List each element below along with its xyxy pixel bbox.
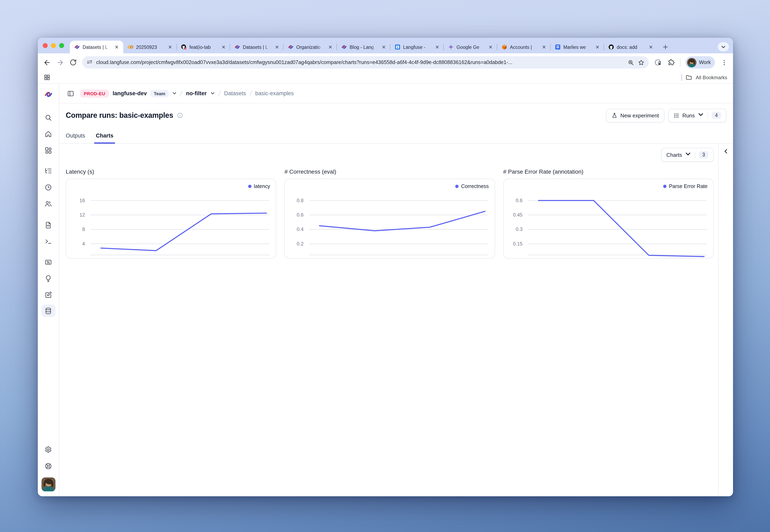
users-icon[interactable] bbox=[43, 199, 53, 209]
breadcrumb-datasets-link[interactable]: Datasets bbox=[224, 90, 246, 96]
browser-tab-2[interactable]: 20250923✕ bbox=[123, 41, 177, 53]
tab-title: feat(io-tab bbox=[189, 45, 218, 49]
browser-tab-5[interactable]: Organizatio✕ bbox=[284, 41, 337, 53]
chevron-down-icon[interactable] bbox=[211, 90, 215, 97]
profile-chip[interactable]: Work bbox=[685, 56, 715, 69]
chart-title: Latency (s) bbox=[66, 168, 276, 175]
sessions-icon[interactable] bbox=[43, 182, 53, 192]
tab-title: Accounts | bbox=[510, 45, 538, 49]
new-experiment-button[interactable]: New experiment bbox=[606, 109, 664, 122]
all-bookmarks[interactable]: All Bookmarks bbox=[682, 74, 727, 81]
tracing-icon[interactable] bbox=[43, 166, 53, 176]
tab-title: Marlies we bbox=[563, 45, 592, 49]
browser-tab-11[interactable]: docs: add✕ bbox=[604, 41, 658, 53]
flask-icon bbox=[612, 112, 618, 118]
support-icon[interactable] bbox=[43, 461, 53, 471]
prompts-icon[interactable] bbox=[43, 220, 53, 230]
tab-close-icon[interactable]: ✕ bbox=[487, 44, 494, 50]
browser-tab-7[interactable]: 6Langfuse -✕ bbox=[390, 41, 444, 53]
runs-selector-button[interactable]: Runs 4 bbox=[668, 109, 726, 122]
annotation-icon[interactable] bbox=[43, 290, 53, 300]
insights-icon[interactable] bbox=[43, 273, 53, 283]
tab-outputs[interactable]: Outputs bbox=[66, 133, 85, 143]
browser-tab-4[interactable]: Datasets | L✕ bbox=[230, 41, 284, 53]
svg-text:0.4: 0.4 bbox=[297, 226, 304, 232]
evaluators-icon[interactable] bbox=[43, 257, 53, 267]
tab-close-icon[interactable]: ✕ bbox=[541, 44, 547, 50]
chart-card[interactable]: latency161284 bbox=[66, 179, 276, 259]
tab-close-icon[interactable]: ✕ bbox=[380, 44, 387, 50]
tab-close-icon[interactable]: ✕ bbox=[220, 44, 227, 50]
tab-close-icon[interactable]: ✕ bbox=[434, 44, 440, 50]
traffic-close[interactable] bbox=[43, 43, 48, 48]
chevron-down-icon[interactable] bbox=[172, 90, 177, 97]
tab-title: Datasets | L bbox=[83, 45, 111, 49]
breadcrumb-org[interactable]: langfuse-dev bbox=[112, 90, 147, 96]
dashboard-icon[interactable] bbox=[43, 145, 53, 155]
list-icon bbox=[673, 112, 679, 118]
settings-icon[interactable] bbox=[43, 445, 53, 454]
browser-menu-button[interactable] bbox=[720, 58, 728, 67]
browser-tab-6[interactable]: Blog - Lang✕ bbox=[337, 41, 390, 53]
playground-icon[interactable] bbox=[43, 236, 53, 246]
bookmark-star-icon[interactable] bbox=[638, 59, 645, 66]
browser-tab-10[interactable]: Marlies we✕ bbox=[550, 41, 604, 53]
url-text[interactable]: cloud.langfuse.com/project/cmfwgv8fx002o… bbox=[96, 60, 624, 65]
legend-label: Correctness bbox=[461, 183, 489, 189]
browser-tab-8[interactable]: Google Ge✕ bbox=[444, 41, 497, 53]
svg-text:12: 12 bbox=[79, 212, 85, 218]
board-favicon bbox=[555, 44, 561, 50]
charts-selector-button[interactable]: Charts 3 bbox=[661, 148, 714, 162]
tab-charts[interactable]: Charts bbox=[96, 133, 114, 143]
tab-title: Organizatio bbox=[296, 45, 325, 49]
collapse-icon[interactable] bbox=[723, 149, 729, 154]
tab-search-button[interactable] bbox=[718, 42, 729, 51]
chart-card[interactable]: Correctness0.80.60.40.2 bbox=[285, 179, 495, 259]
home-icon[interactable] bbox=[43, 129, 53, 139]
back-button[interactable] bbox=[43, 58, 51, 67]
datasets-icon[interactable] bbox=[41, 305, 55, 317]
info-icon[interactable] bbox=[176, 112, 183, 119]
chevron-down-icon bbox=[685, 151, 691, 158]
chevron-down-icon bbox=[698, 112, 704, 119]
user-avatar[interactable] bbox=[41, 477, 55, 491]
app-main: PROD-EU langfuse-dev Team / no-filter / … bbox=[59, 84, 733, 496]
back-icon bbox=[43, 58, 51, 66]
button-divider bbox=[695, 151, 695, 158]
profile-avatar bbox=[687, 58, 697, 67]
apps-grid-icon[interactable] bbox=[44, 74, 50, 81]
tab-title: Datasets | L bbox=[243, 45, 271, 49]
chart-title: # Parse Error Rate (annotation) bbox=[503, 168, 714, 175]
tab-close-icon[interactable]: ✕ bbox=[594, 44, 601, 50]
app-header: PROD-EU langfuse-dev Team / no-filter / … bbox=[59, 84, 733, 103]
breadcrumb-item-link[interactable]: basic-examples bbox=[255, 90, 294, 96]
browser-window: Datasets | L✕20250923✕feat(io-tab✕Datase… bbox=[38, 38, 733, 496]
breadcrumb-project[interactable]: no-filter bbox=[186, 90, 207, 96]
lock-extension-icon[interactable] bbox=[654, 58, 662, 67]
site-settings-icon[interactable] bbox=[86, 59, 93, 66]
panel-toggle-icon[interactable] bbox=[66, 88, 76, 98]
browser-tab-1[interactable]: Datasets | L✕ bbox=[70, 41, 123, 53]
tab-close-icon[interactable]: ✕ bbox=[327, 44, 334, 50]
langfuse-logo[interactable] bbox=[43, 89, 53, 99]
reload-button[interactable] bbox=[69, 58, 77, 67]
legend-label: latency bbox=[254, 183, 270, 189]
tab-close-icon[interactable]: ✕ bbox=[167, 44, 173, 50]
zoom-in-icon[interactable] bbox=[628, 59, 635, 66]
traffic-minimize[interactable] bbox=[51, 43, 56, 48]
tab-title: docs: add bbox=[617, 45, 645, 49]
tab-close-icon[interactable]: ✕ bbox=[113, 44, 120, 50]
extensions-icon[interactable] bbox=[667, 58, 675, 67]
tab-close-icon[interactable]: ✕ bbox=[274, 44, 280, 50]
forward-button[interactable] bbox=[56, 58, 64, 67]
tab-close-icon[interactable]: ✕ bbox=[648, 44, 654, 50]
search-icon[interactable] bbox=[43, 112, 53, 122]
address-bar[interactable]: cloud.langfuse.com/project/cmfwgv8fx002o… bbox=[82, 56, 649, 69]
page-actions: New experiment Runs 4 bbox=[606, 109, 727, 122]
runs-count-badge: 4 bbox=[712, 112, 721, 119]
browser-tab-9[interactable]: Accounts |✕ bbox=[497, 41, 550, 53]
browser-tab-3[interactable]: feat(io-tab✕ bbox=[177, 41, 230, 53]
new-tab-button[interactable] bbox=[660, 41, 671, 52]
traffic-zoom[interactable] bbox=[59, 43, 64, 48]
chart-card[interactable]: Parse Error Rate0.60.450.30.15 bbox=[503, 179, 714, 259]
